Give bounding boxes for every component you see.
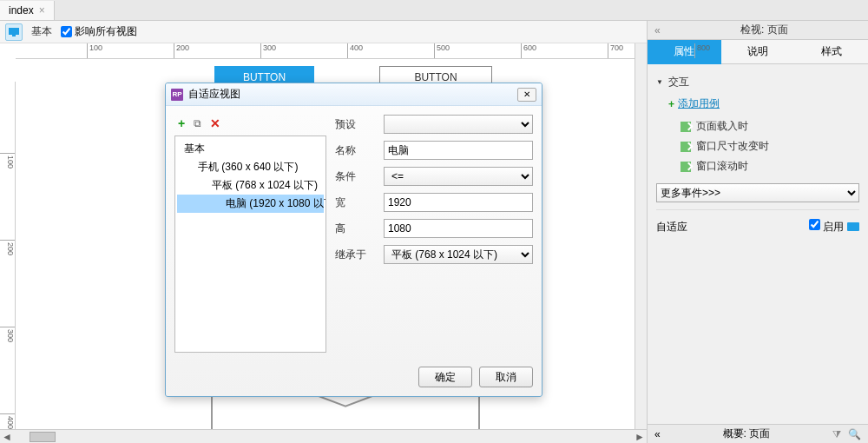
filter-icon[interactable]: ⧩	[832, 428, 841, 440]
event-icon	[681, 122, 691, 132]
affect-all-checkbox[interactable]: 影响所有视图	[61, 24, 137, 39]
outline-title: 概要: 页面	[667, 426, 825, 441]
scroll-left-icon[interactable]: ◄	[0, 431, 14, 443]
more-events-select[interactable]: 更多事件>>>	[656, 183, 859, 202]
width-label: 宽	[335, 195, 377, 210]
inspector-panel: « 检视: 页面 属性 说明 样式 ▼ 交互 + 添加用例 页面载入时 窗口尺寸…	[647, 21, 868, 443]
event-icon	[681, 162, 691, 172]
dialog-title: 自适应视图	[188, 87, 512, 102]
views-tree: 基本 手机 (360 x 640 以下) 平板 (768 x 1024 以下) …	[174, 136, 326, 353]
inspector-header: « 检视: 页面	[648, 21, 868, 40]
event-window-scroll[interactable]: 窗口滚动时	[656, 156, 859, 176]
collapse-icon[interactable]: «	[654, 428, 661, 440]
tree-node-phone[interactable]: 手机 (360 x 640 以下)	[177, 158, 324, 176]
adaptive-view-icon[interactable]	[5, 23, 23, 41]
ok-button[interactable]: 确定	[418, 367, 472, 387]
preset-select[interactable]	[384, 115, 533, 134]
duplicate-view-button[interactable]: ⧉	[194, 117, 201, 129]
height-label: 高	[335, 222, 377, 236]
vertical-scrollbar[interactable]	[635, 43, 647, 429]
inspector-tabs: 属性 说明 样式	[648, 40, 868, 64]
tab-description[interactable]: 说明	[721, 40, 795, 64]
tree-toolbar: + ⧉ ✕	[174, 115, 326, 136]
inspector-title: 检视: 页面	[667, 23, 861, 37]
name-label: 名称	[335, 143, 377, 158]
view-label: 基本	[31, 24, 52, 39]
event-icon	[681, 142, 691, 152]
cancel-button[interactable]: 取消	[479, 367, 533, 387]
add-case-link[interactable]: + 添加用例	[656, 93, 859, 116]
close-icon[interactable]: ×	[39, 4, 45, 17]
page-tab[interactable]: index ×	[0, 1, 55, 20]
svg-rect-1	[12, 35, 16, 36]
triangle-down-icon: ▼	[656, 78, 663, 86]
horizontal-scrollbar[interactable]: ◄ ►	[0, 429, 647, 443]
tree-node-tablet[interactable]: 平板 (768 x 1024 以下)	[177, 176, 324, 195]
condition-select[interactable]: <=	[384, 167, 533, 186]
inherit-label: 继承于	[335, 248, 377, 262]
monitor-icon[interactable]	[847, 222, 859, 231]
name-input[interactable]	[384, 141, 533, 160]
search-icon[interactable]: 🔍	[848, 428, 861, 440]
ruler-vertical: 100 200 300 400	[0, 82, 16, 429]
event-window-resize[interactable]: 窗口尺寸改变时	[656, 136, 859, 156]
more-events[interactable]: 更多事件>>>	[656, 183, 859, 202]
scroll-thumb[interactable]	[30, 432, 56, 442]
plus-icon: +	[668, 98, 674, 110]
svg-rect-0	[9, 28, 19, 35]
condition-label: 条件	[335, 169, 377, 184]
tree-node-base[interactable]: 基本	[177, 140, 324, 158]
tab-bar: index ×	[0, 0, 868, 21]
dialog-titlebar[interactable]: RP 自适应视图 ✕	[166, 83, 542, 106]
ruler-horizontal: 100 200 300 400 500 600 700 800	[16, 43, 647, 59]
outline-header: « 概要: 页面 ⧩ 🔍	[648, 424, 868, 443]
delete-view-button[interactable]: ✕	[210, 116, 220, 130]
height-input[interactable]	[384, 219, 533, 238]
view-toolbar: 基本 影响所有视图	[0, 21, 647, 43]
app-icon: RP	[171, 89, 183, 101]
inherit-select[interactable]: 平板 (768 x 1024 以下)	[384, 245, 533, 264]
preset-label: 预设	[335, 117, 377, 132]
event-page-load[interactable]: 页面载入时	[656, 116, 859, 136]
section-interaction[interactable]: ▼ 交互	[656, 71, 859, 93]
adaptive-views-dialog: RP 自适应视图 ✕ + ⧉ ✕ 基本 手机 (360 x 640 以下) 平板…	[165, 83, 542, 397]
width-input[interactable]	[384, 193, 533, 212]
dialog-close-button[interactable]: ✕	[517, 88, 536, 102]
tab-label: index	[9, 4, 34, 17]
tree-node-desktop[interactable]: 电脑 (1920 x 1080 以下)	[177, 195, 324, 213]
add-view-button[interactable]: +	[178, 116, 185, 130]
collapse-icon[interactable]: «	[654, 24, 661, 36]
adaptive-label: 自适应	[656, 220, 687, 235]
enable-adaptive-checkbox[interactable]: 启用	[809, 219, 844, 235]
tab-style[interactable]: 样式	[794, 40, 868, 64]
scroll-right-icon[interactable]: ►	[633, 431, 647, 443]
